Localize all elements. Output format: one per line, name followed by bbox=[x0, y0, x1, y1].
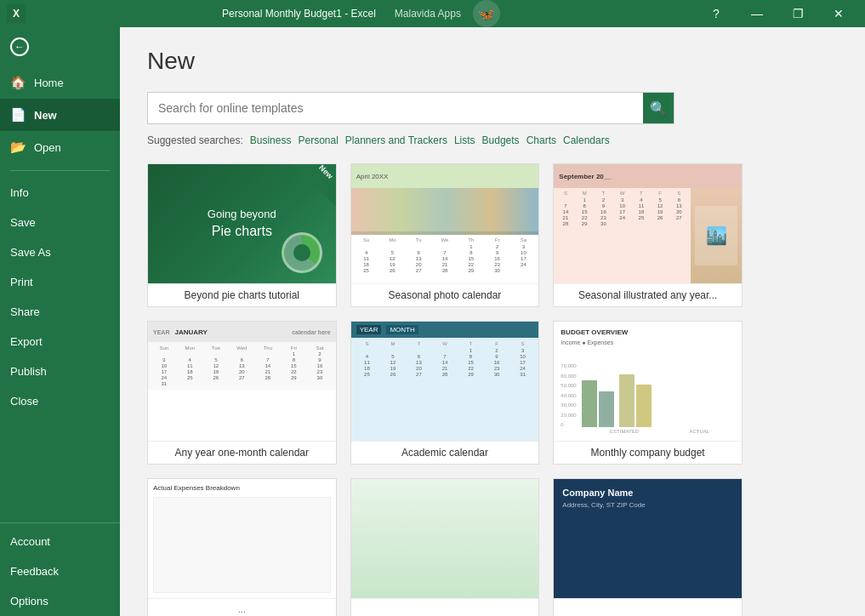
search-button[interactable]: 🔍 bbox=[643, 93, 674, 123]
app-body: ← 🏠 Home 📄 New 📂 Open Info Save Save As … bbox=[0, 27, 865, 616]
template-name-company bbox=[554, 598, 742, 609]
page-title: New bbox=[147, 48, 838, 75]
tag-calendars[interactable]: Calendars bbox=[563, 134, 610, 146]
template-name-expenses: ... bbox=[148, 598, 336, 616]
template-name-pie: Beyond pie charts tutorial bbox=[148, 283, 336, 306]
sidebar-item-new[interactable]: 📄 New bbox=[0, 99, 120, 131]
template-monthly-budget[interactable]: BUDGET OVERVIEW Income ● Expenses 70,000… bbox=[553, 321, 743, 465]
main-content: New 🔍 Suggested searches: Business Perso… bbox=[120, 27, 865, 616]
help-button[interactable]: ? bbox=[697, 0, 736, 27]
template-seasonal-photo[interactable]: April 20XX Su Mo Tu We bbox=[350, 163, 540, 307]
template-thumb-company: Company Name Address, City, ST ZIP Code bbox=[554, 479, 742, 598]
sidebar-item-export[interactable]: Export bbox=[0, 327, 120, 356]
template-thumb-academic: YEAR MONTH S M T W T F S bbox=[351, 322, 539, 441]
template-thumb-pie: New Going beyond Pie charts bbox=[148, 164, 336, 283]
template-name-green bbox=[351, 598, 539, 609]
sidebar-item-account[interactable]: Account bbox=[0, 527, 120, 556]
search-icon: 🔍 bbox=[650, 100, 667, 117]
sidebar-item-options[interactable]: Options bbox=[0, 586, 120, 616]
titlebar: X Personal Monthly Budget1 - Excel Malav… bbox=[0, 0, 865, 27]
new-icon: 📄 bbox=[10, 107, 26, 123]
maximize-button[interactable]: ❐ bbox=[778, 0, 817, 27]
template-thumb-seasonal: September 20__ S M T W T F bbox=[554, 164, 742, 283]
home-icon: 🏠 bbox=[10, 75, 26, 90]
template-thumb-seasonal-photo: April 20XX Su Mo Tu We bbox=[351, 164, 539, 283]
search-bar: 🔍 bbox=[147, 92, 674, 124]
template-name-seasonal: Seasonal illustrated any year... bbox=[554, 283, 742, 306]
template-name-academic: Academic calendar bbox=[351, 441, 539, 464]
template-thumb-any-year: YEAR JANUARY calendar here Sun Mon Tue W… bbox=[148, 322, 336, 441]
template-expenses[interactable]: Actual Expenses Breakdown ... bbox=[147, 478, 337, 616]
tag-charts[interactable]: Charts bbox=[526, 134, 556, 146]
tag-budgets[interactable]: Budgets bbox=[482, 134, 520, 146]
sidebar-item-feedback[interactable]: Feedback bbox=[0, 556, 120, 586]
tag-business[interactable]: Business bbox=[250, 134, 292, 146]
sidebar-item-home[interactable]: 🏠 Home bbox=[0, 66, 120, 99]
sidebar-item-save-as[interactable]: Save As bbox=[0, 237, 120, 267]
back-button[interactable]: ← bbox=[0, 31, 120, 63]
suggested-searches: Suggested searches: Business Personal Pl… bbox=[147, 134, 838, 146]
suggested-label: Suggested searches: bbox=[147, 134, 243, 146]
sidebar: ← 🏠 Home 📄 New 📂 Open Info Save Save As … bbox=[0, 27, 120, 616]
template-name-budget: Monthly company budget bbox=[554, 441, 742, 464]
template-name-seasonal-photo: Seasonal photo calendar bbox=[351, 283, 539, 306]
sidebar-item-save[interactable]: Save bbox=[0, 208, 120, 237]
sidebar-divider-1 bbox=[10, 170, 110, 171]
template-pie-charts[interactable]: New Going beyond Pie charts Beyond pie c… bbox=[147, 163, 337, 307]
window-title: Personal Monthly Budget1 - Excel Malavid… bbox=[222, 0, 500, 27]
sidebar-item-publish[interactable]: Publish bbox=[0, 356, 120, 386]
back-icon: ← bbox=[10, 37, 29, 56]
open-icon: 📂 bbox=[10, 140, 26, 155]
sidebar-item-print[interactable]: Print bbox=[0, 267, 120, 297]
tag-personal[interactable]: Personal bbox=[298, 134, 338, 146]
template-thumb-expenses: Actual Expenses Breakdown bbox=[148, 479, 336, 598]
tag-lists[interactable]: Lists bbox=[454, 134, 475, 146]
tag-planners[interactable]: Planners and Trackers bbox=[345, 134, 447, 146]
template-any-year[interactable]: YEAR JANUARY calendar here Sun Mon Tue W… bbox=[147, 321, 337, 465]
window-controls[interactable]: ? — ❐ ✕ bbox=[697, 0, 858, 27]
minimize-button[interactable]: — bbox=[737, 0, 777, 27]
template-green[interactable] bbox=[350, 478, 540, 616]
template-thumb-budget: BUDGET OVERVIEW Income ● Expenses 70,000… bbox=[554, 322, 742, 441]
template-name-any-year: Any year one-month calendar bbox=[148, 441, 336, 464]
close-button[interactable]: ✕ bbox=[819, 0, 858, 27]
template-academic[interactable]: YEAR MONTH S M T W T F S bbox=[350, 321, 540, 465]
template-thumb-green bbox=[351, 479, 539, 598]
sidebar-item-open[interactable]: 📂 Open bbox=[0, 131, 120, 163]
template-company[interactable]: Company Name Address, City, ST ZIP Code bbox=[553, 478, 743, 616]
template-seasonal-illustrated[interactable]: September 20__ S M T W T F bbox=[553, 163, 743, 307]
search-input[interactable] bbox=[148, 94, 643, 122]
sidebar-item-close[interactable]: Close bbox=[0, 386, 120, 416]
sidebar-bottom: Account Feedback Options bbox=[0, 522, 120, 616]
sidebar-item-share[interactable]: Share bbox=[0, 297, 120, 327]
sidebar-item-info[interactable]: Info bbox=[0, 178, 120, 208]
templates-grid: New Going beyond Pie charts Beyond pie c… bbox=[147, 163, 743, 616]
